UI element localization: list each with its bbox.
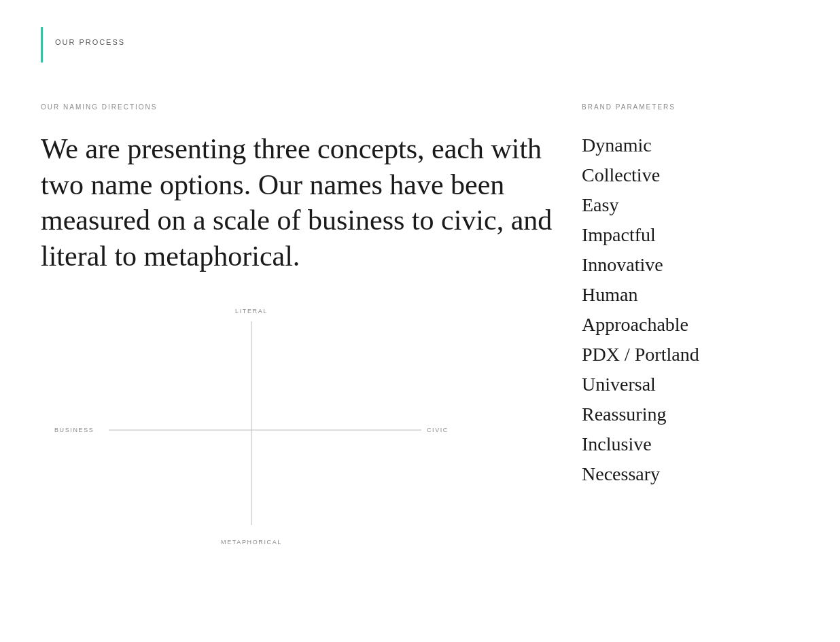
brand-list-item: Collective	[582, 161, 799, 190]
brand-list-item: Dynamic	[582, 131, 799, 160]
chart-container: LITERAL METAPHORICAL BUSINESS CIVIC	[54, 308, 449, 552]
chart-label-metaphorical: METAPHORICAL	[221, 539, 282, 546]
chart-label-literal: LITERAL	[235, 308, 268, 315]
brand-list-item: Impactful	[582, 221, 799, 249]
main-content: OUR NAMING DIRECTIONS We are presenting …	[0, 63, 840, 552]
header-bar	[41, 27, 43, 63]
chart-label-civic: CIVIC	[427, 427, 449, 433]
brand-list: DynamicCollectiveEasyImpactfulInnovative…	[582, 131, 799, 488]
brand-list-item: Human	[582, 281, 799, 309]
chart-axis-vertical	[251, 321, 252, 525]
main-heading: We are presenting three concepts, each w…	[41, 131, 555, 274]
brand-list-item: Inclusive	[582, 430, 799, 459]
brand-parameters-label: BRAND PARAMETERS	[582, 103, 799, 111]
brand-list-item: Innovative	[582, 251, 799, 279]
naming-directions-label: OUR NAMING DIRECTIONS	[41, 103, 555, 111]
right-column: BRAND PARAMETERS DynamicCollectiveEasyIm…	[582, 103, 799, 552]
brand-list-item: Universal	[582, 370, 799, 399]
brand-list-item: PDX / Portland	[582, 340, 799, 369]
brand-list-item: Easy	[582, 191, 799, 219]
header-section: OUR PROCESS	[0, 0, 840, 63]
page-wrapper: OUR PROCESS OUR NAMING DIRECTIONS We are…	[0, 0, 840, 642]
brand-list-item: Reassuring	[582, 400, 799, 429]
brand-list-item: Necessary	[582, 460, 799, 488]
chart-axis-horizontal	[109, 430, 421, 431]
our-process-label: OUR PROCESS	[55, 27, 125, 46]
left-column: OUR NAMING DIRECTIONS We are presenting …	[41, 103, 582, 552]
brand-list-item: Approachable	[582, 310, 799, 339]
chart-label-business: BUSINESS	[54, 427, 94, 433]
